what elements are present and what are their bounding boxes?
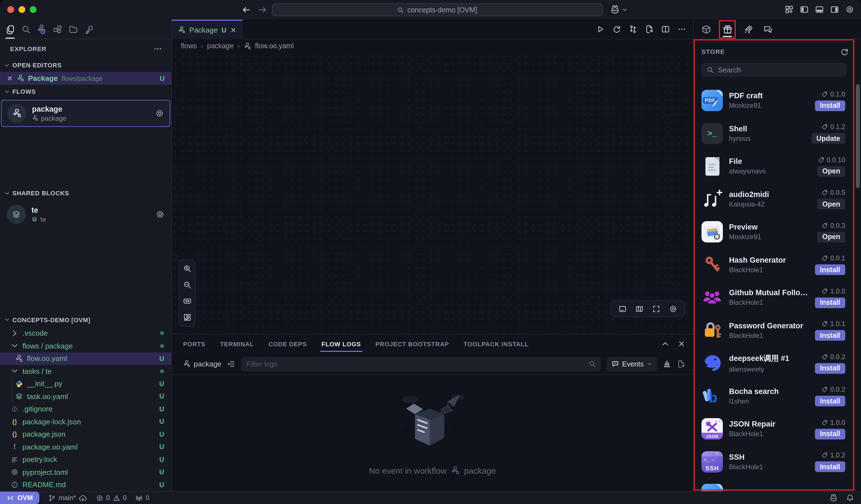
toggle-console-icon[interactable] [618, 305, 627, 313]
breadcrumb-item[interactable]: flows [181, 42, 197, 50]
filter-logs-field[interactable] [241, 357, 601, 371]
tree-item[interactable]: .gitignore U [0, 403, 171, 415]
canvas-settings-gear-icon[interactable] [669, 305, 677, 313]
tree-item[interactable]: flow.oo.yaml U [0, 352, 171, 365]
store-item[interactable]: Hash Generator BlackHole1 0.0.1 Install [694, 248, 861, 281]
folder-activity-icon[interactable] [69, 24, 78, 34]
customize-layout-icon[interactable] [784, 5, 794, 14]
explorer-more-actions-icon[interactable] [153, 44, 162, 53]
search-activity-icon[interactable] [21, 24, 31, 34]
run-flow-icon[interactable] [596, 25, 605, 34]
store-item[interactable]: File alwaysmavs 0.0.10 Open [694, 150, 861, 183]
close-window-button[interactable] [7, 6, 14, 13]
extension-action-button[interactable]: Update [811, 133, 845, 144]
tree-item[interactable]: README.md U [0, 478, 171, 491]
panel-tab[interactable]: PORTS [183, 335, 206, 353]
tree-item[interactable]: ! package.oo.yaml U [0, 440, 171, 453]
project-section[interactable]: CONCEPTS-DEMO [OVM] [0, 312, 171, 327]
close-tab-icon[interactable] [230, 27, 236, 33]
blocks-activity-icon[interactable] [53, 24, 62, 34]
store-item[interactable]: Github Mutual Follow C... BlackHole1 1.0… [694, 281, 861, 314]
toggle-panel-icon[interactable] [815, 5, 824, 14]
zoom-window-button[interactable] [30, 6, 37, 13]
assistant-menu[interactable] [610, 4, 627, 15]
flow-canvas[interactable] [172, 53, 693, 334]
zoom-in-icon[interactable] [183, 264, 191, 273]
explorer-activity-icon[interactable] [5, 24, 15, 34]
maximize-panel-icon[interactable] [661, 340, 669, 347]
tree-item[interactable]: __init__.py U [0, 377, 171, 390]
remote-indicator[interactable]: OVM [0, 492, 40, 504]
bunny-icon[interactable] [829, 493, 838, 502]
log-view-icon[interactable] [227, 360, 235, 368]
tab-package[interactable]: Package U [172, 20, 243, 39]
tree-item[interactable]: task.oo.yaml U [0, 390, 171, 403]
flow-scope[interactable]: package [183, 360, 221, 368]
close-editor-icon[interactable] [7, 75, 13, 81]
fit-view-icon[interactable] [183, 297, 191, 305]
extension-action-button[interactable]: Install [815, 100, 845, 111]
panel-tab[interactable]: CODE DEPS [269, 335, 307, 353]
flows-section[interactable]: FLOWS [0, 85, 171, 98]
store-item[interactable]: Password Generator BlackHole1 1.0.1 Inst… [694, 314, 861, 347]
zoom-out-icon[interactable] [183, 281, 191, 289]
ports-status[interactable]: 0 [136, 494, 149, 502]
events-dropdown[interactable]: Events [606, 357, 657, 371]
export-logs-icon[interactable] [677, 360, 685, 368]
panel-tab[interactable]: FLOW LOGS [322, 335, 361, 353]
rerun-icon[interactable] [612, 25, 621, 34]
back-icon[interactable] [242, 5, 251, 15]
split-editor-icon[interactable] [661, 25, 670, 34]
export-file-icon[interactable] [645, 25, 654, 34]
store-gift-icon[interactable] [723, 24, 732, 34]
tree-item[interactable]: tasks / te [0, 365, 171, 377]
tree-item[interactable]: poetry.lock U [0, 453, 171, 466]
notifications-bell-icon[interactable] [846, 494, 854, 502]
compare-changes-icon[interactable] [628, 25, 638, 34]
store-search-input[interactable] [718, 66, 841, 74]
forward-icon[interactable] [258, 5, 267, 15]
git-branch-status[interactable]: main* [49, 494, 87, 502]
minimap-icon[interactable] [635, 305, 644, 313]
extension-action-button[interactable]: Open [817, 232, 845, 242]
key-activity-icon[interactable] [84, 24, 94, 34]
fullscreen-icon[interactable] [652, 305, 660, 313]
open-editors-section[interactable]: OPEN EDITORS [0, 58, 171, 72]
store-item[interactable]: deepseek调用 #1 aliensweety 0.0.2 Install [694, 347, 861, 380]
tree-item[interactable]: {} package.json U [0, 428, 171, 440]
settings-gear-icon[interactable] [845, 5, 854, 14]
extension-action-button[interactable]: Install [815, 297, 845, 308]
minimize-window-button[interactable] [18, 6, 25, 13]
flow-settings-gear-icon[interactable] [155, 109, 164, 118]
extension-action-button[interactable]: Install [815, 363, 845, 374]
store-item[interactable]: audio2midi Kalopsia-42 0.0.5 Open [694, 183, 861, 215]
problems-status[interactable]: 0 0 [96, 494, 127, 502]
shared-blocks-section[interactable]: SHARED BLOCKS [0, 186, 171, 200]
tree-item[interactable]: {} package-lock.json U [0, 415, 171, 428]
extension-action-button[interactable]: Install [815, 462, 845, 472]
store-item[interactable]: PDF PDF craft Moskize91 0.1.0 Instal [694, 84, 861, 117]
extension-action-button[interactable]: Open [817, 166, 845, 177]
toggle-sidebar-icon[interactable] [800, 5, 809, 14]
panel-tab[interactable]: TERMINAL [220, 335, 254, 353]
breadcrumb[interactable]: flows › package › flow.oo.yaml [172, 39, 693, 53]
tree-item[interactable]: .vscode [0, 327, 171, 339]
clear-logs-icon[interactable] [663, 360, 671, 368]
store-item[interactable]: b Bocha search l1shen 0.0.2 Install [694, 380, 861, 412]
extension-action-button[interactable]: Install [815, 396, 845, 407]
package-icon[interactable] [701, 24, 711, 34]
refresh-icon[interactable] [840, 47, 849, 56]
store-item[interactable]: JSON JSON Repair BlackHole1 1.0.0 In [694, 412, 861, 445]
store-item[interactable]: PDF PDF Craft Cloud 0.1.2 [694, 478, 861, 491]
store-scrollbar[interactable] [856, 84, 860, 188]
extension-action-button[interactable]: Open [817, 199, 845, 210]
store-item[interactable]: >_ —SSH SSH BlackHole1 1.0.2 Install [694, 445, 861, 478]
breadcrumb-item[interactable]: package [207, 42, 234, 50]
tree-item[interactable]: pyproject.toml U [0, 466, 171, 478]
rocket-icon[interactable] [743, 24, 753, 34]
store-item[interactable]: >_ Shell hyrious 0.1.2 Update [694, 117, 861, 150]
store-item[interactable]: Preview Moskize91 0.0.3 Open [694, 215, 861, 248]
extension-action-button[interactable]: Install [815, 265, 845, 275]
feedback-chat-icon[interactable] [763, 24, 773, 34]
block-settings-gear-icon[interactable] [155, 210, 165, 219]
